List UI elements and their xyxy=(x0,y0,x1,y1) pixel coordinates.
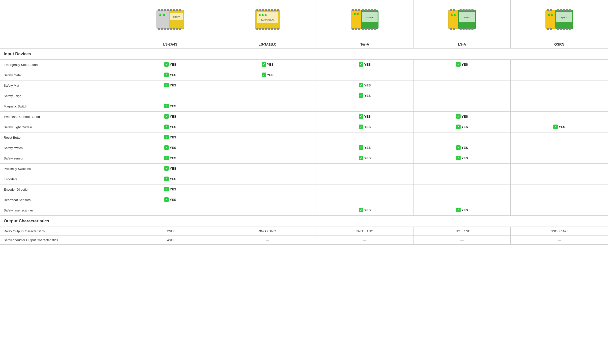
cell-input-devices-0-1: YES xyxy=(219,60,316,70)
yes-label: YES xyxy=(364,146,371,150)
yes-badge: YES xyxy=(262,62,274,67)
yes-badge: YES xyxy=(164,135,176,139)
cell-input-devices-0-0: YES xyxy=(122,60,219,70)
row-label: Encoders xyxy=(0,174,122,184)
svg-rect-95 xyxy=(547,28,549,30)
cell-input-devices-11-1 xyxy=(219,174,316,184)
svg-rect-66 xyxy=(448,10,458,29)
svg-rect-59 xyxy=(368,28,370,30)
cell-input-devices-14-2: YES xyxy=(316,205,413,216)
svg-rect-5 xyxy=(167,9,169,11)
svg-text:SAFETY: SAFETY xyxy=(366,17,373,18)
checkmark-icon xyxy=(164,166,169,171)
svg-rect-53 xyxy=(374,9,376,11)
yes-badge: YES xyxy=(456,208,468,212)
svg-rect-78 xyxy=(463,28,465,30)
yes-badge: YES xyxy=(359,125,371,129)
product-image-row: SAFETY xyxy=(0,0,608,40)
checkmark-icon xyxy=(262,62,266,67)
comparison-table-wrapper: SAFETY xyxy=(0,0,608,245)
yes-badge: YES xyxy=(359,145,371,150)
yes-badge: YES xyxy=(456,62,468,67)
svg-rect-9 xyxy=(179,9,181,11)
yes-badge: YES xyxy=(164,73,176,77)
empty-header xyxy=(0,0,122,40)
yes-label: YES xyxy=(364,94,371,98)
yes-label: YES xyxy=(170,125,176,129)
svg-rect-34 xyxy=(265,28,267,30)
svg-point-84 xyxy=(454,14,456,16)
cell-input-devices-6-0: YES xyxy=(122,122,219,132)
table-row: Two-Hand Control ButtonYESYESYES xyxy=(0,112,608,122)
qsrn-svg: QSRN xyxy=(544,5,574,35)
cell-input-devices-11-3 xyxy=(414,174,511,184)
cell-input-devices-10-4 xyxy=(511,164,608,174)
cell-input-devices-0-2: YES xyxy=(316,60,413,70)
yes-badge: YES xyxy=(359,83,371,87)
cell-input-devices-8-0: YES xyxy=(122,143,219,153)
svg-point-63 xyxy=(354,13,356,15)
svg-point-40 xyxy=(259,14,261,16)
row-label: Safety Mat xyxy=(0,80,122,91)
yes-label: YES xyxy=(462,156,468,160)
yes-label: YES xyxy=(170,73,176,77)
cell-input-devices-9-0: YES xyxy=(122,153,219,164)
checkmark-icon xyxy=(164,197,169,202)
row-label: Safety Gate xyxy=(0,70,122,80)
svg-rect-72 xyxy=(466,9,468,11)
checkmark-icon xyxy=(553,125,558,129)
row-label: Safety sensor xyxy=(0,153,122,164)
cell-input-devices-4-1 xyxy=(219,101,316,112)
cell-input-devices-3-0 xyxy=(122,91,219,101)
cell-input-devices-5-0: YES xyxy=(122,112,219,122)
cell-input-devices-13-0: YES xyxy=(122,195,219,205)
svg-rect-8 xyxy=(176,9,178,11)
yes-label: YES xyxy=(462,115,468,118)
yes-label: YES xyxy=(267,63,274,66)
svg-rect-100 xyxy=(566,28,568,30)
svg-rect-49 xyxy=(362,9,364,11)
checkmark-icon xyxy=(456,208,461,212)
cell-input-devices-7-1 xyxy=(219,132,316,143)
svg-rect-17 xyxy=(179,28,181,30)
cell-input-devices-0-3: YES xyxy=(414,60,511,70)
section-header-output-characteristics: Output Characteristics xyxy=(0,216,608,227)
checkmark-icon xyxy=(456,62,461,67)
yes-badge: YES xyxy=(359,156,371,160)
row-label: Encoder Direction xyxy=(0,184,122,195)
svg-rect-16 xyxy=(176,28,178,30)
checkmark-icon xyxy=(456,145,461,150)
comparison-table: SAFETY xyxy=(0,0,608,245)
svg-rect-89 xyxy=(550,9,552,11)
yes-label: YES xyxy=(170,104,176,108)
yes-label: YES xyxy=(364,115,371,118)
row-label: Safety laser scanner xyxy=(0,205,122,216)
svg-point-83 xyxy=(451,14,453,16)
checkmark-icon xyxy=(164,125,169,129)
checkmark-icon xyxy=(164,114,169,119)
yes-label: YES xyxy=(462,208,468,212)
svg-point-64 xyxy=(357,13,359,15)
table-row: Safety EdgeYES xyxy=(0,91,608,101)
yes-badge: YES xyxy=(164,62,176,67)
cell-input-devices-9-3: YES xyxy=(414,153,511,164)
svg-point-41 xyxy=(262,14,264,16)
svg-point-18 xyxy=(159,14,161,16)
svg-rect-98 xyxy=(560,28,562,30)
cell-input-devices-8-1 xyxy=(219,143,316,153)
svg-rect-97 xyxy=(557,28,559,30)
cell-input-devices-1-4 xyxy=(511,70,608,80)
yes-label: YES xyxy=(170,83,176,87)
svg-rect-47 xyxy=(355,9,357,11)
svg-rect-36 xyxy=(271,28,273,30)
svg-rect-93 xyxy=(566,9,568,11)
svg-rect-46 xyxy=(352,9,354,11)
cell-input-devices-9-2: YES xyxy=(316,153,413,164)
cell-output-characteristics-1-1: — xyxy=(219,236,316,245)
svg-rect-99 xyxy=(563,28,565,30)
row-label: Two-Hand Control Button xyxy=(0,112,122,122)
cell-input-devices-3-4 xyxy=(511,91,608,101)
cell-input-devices-2-0: YES xyxy=(122,80,219,91)
product-image-lsa: SAFETY xyxy=(414,0,511,40)
cell-output-characteristics-0-4: 3NO + 1NC xyxy=(511,227,608,236)
